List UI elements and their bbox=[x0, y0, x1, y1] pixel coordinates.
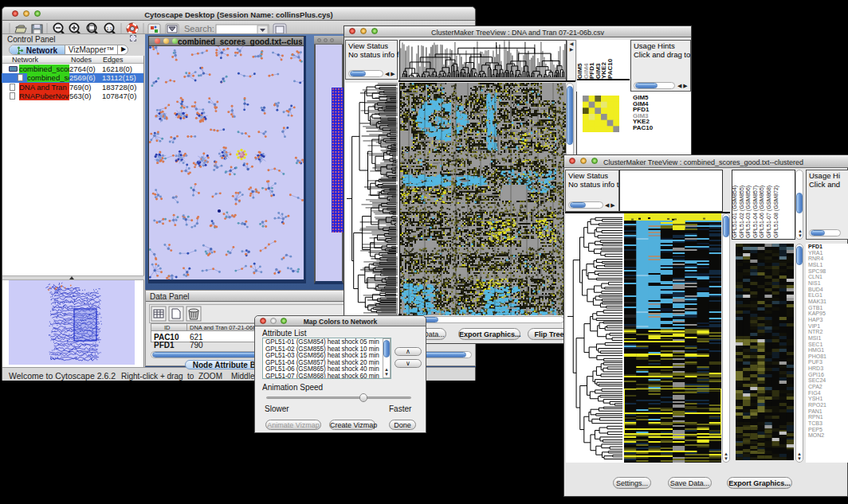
svg-text:Search:: Search: bbox=[184, 24, 214, 33]
svg-text:1:1: 1:1 bbox=[107, 26, 112, 31]
